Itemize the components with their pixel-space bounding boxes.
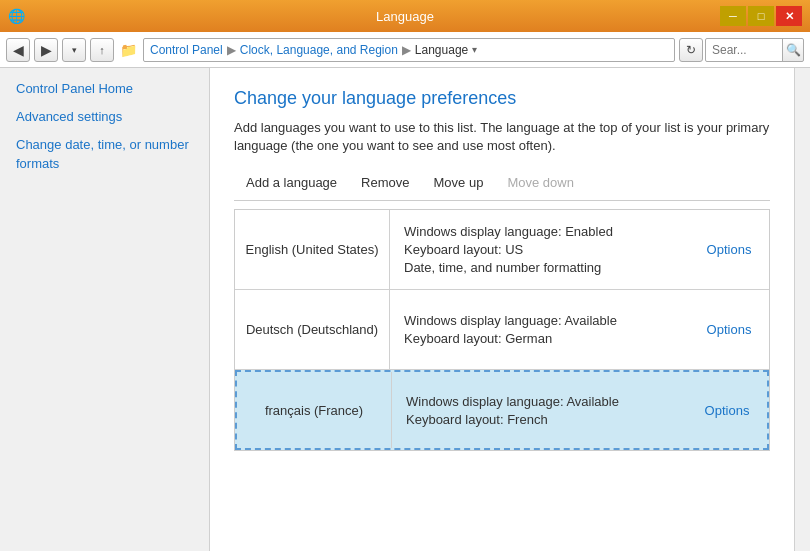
minimize-button[interactable]: ─ bbox=[720, 6, 746, 26]
language-options-deutsch: Options bbox=[689, 290, 769, 369]
sidebar: Control Panel Home Advanced settings Cha… bbox=[0, 68, 210, 551]
dropdown-history-button[interactable]: ▾ bbox=[62, 38, 86, 62]
french-options-link[interactable]: Options bbox=[705, 403, 750, 418]
forward-button[interactable]: ▶ bbox=[34, 38, 58, 62]
french-detail-1: Windows display language: Available bbox=[406, 394, 673, 409]
sidebar-item-advanced-settings[interactable]: Advanced settings bbox=[16, 108, 193, 126]
close-button[interactable]: ✕ bbox=[776, 6, 802, 26]
sidebar-item-control-panel-home[interactable]: Control Panel Home bbox=[16, 80, 193, 98]
page-description: Add languages you want to use to this li… bbox=[234, 119, 770, 155]
search-input[interactable] bbox=[705, 38, 785, 62]
title-bar-controls: ─ □ ✕ bbox=[720, 6, 802, 26]
breadcrumb-clock-lang[interactable]: Clock, Language, and Region bbox=[240, 43, 398, 57]
language-details-french: Windows display language: Available Keyb… bbox=[392, 372, 687, 448]
main-layout: Control Panel Home Advanced settings Cha… bbox=[0, 68, 810, 551]
deutsch-detail-2: Keyboard layout: German bbox=[404, 331, 675, 346]
sidebar-item-date-time-formats[interactable]: Change date, time, or number formats bbox=[16, 136, 193, 172]
language-name-deutsch: Deutsch (Deutschland) bbox=[235, 290, 390, 369]
remove-button[interactable]: Remove bbox=[349, 171, 421, 194]
breadcrumb-control-panel[interactable]: Control Panel bbox=[150, 43, 223, 57]
language-details-deutsch: Windows display language: Available Keyb… bbox=[390, 290, 689, 369]
english-options-link[interactable]: Options bbox=[707, 242, 752, 257]
deutsch-options-link[interactable]: Options bbox=[707, 322, 752, 337]
language-options-english: Options bbox=[689, 210, 769, 289]
english-detail-1: Windows display language: Enabled bbox=[404, 224, 675, 239]
window-title: Language bbox=[376, 9, 434, 24]
breadcrumb-dropdown-icon: ▾ bbox=[472, 44, 477, 55]
french-detail-2: Keyboard layout: French bbox=[406, 412, 673, 427]
language-details-english: Windows display language: Enabled Keyboa… bbox=[390, 210, 689, 289]
title-bar-left: 🌐 bbox=[8, 8, 25, 24]
search-button[interactable]: 🔍 bbox=[782, 38, 804, 62]
address-bar: ◀ ▶ ▾ ↑ 📁 Control Panel ▶ Clock, Languag… bbox=[0, 32, 810, 68]
address-end: ↻ 🔍 bbox=[679, 38, 804, 62]
title-bar: 🌐 Language ─ □ ✕ bbox=[0, 0, 810, 32]
language-name-french: français (France) bbox=[237, 372, 392, 448]
deutsch-detail-1: Windows display language: Available bbox=[404, 313, 675, 328]
breadcrumb-bar: Control Panel ▶ Clock, Language, and Reg… bbox=[143, 38, 675, 62]
refresh-button[interactable]: ↻ bbox=[679, 38, 703, 62]
breadcrumb-sep-1: ▶ bbox=[227, 43, 236, 57]
language-list: English (United States) Windows display … bbox=[234, 209, 770, 451]
language-item-english[interactable]: English (United States) Windows display … bbox=[235, 210, 769, 290]
maximize-button[interactable]: □ bbox=[748, 6, 774, 26]
language-toolbar: Add a language Remove Move up Move down bbox=[234, 171, 770, 201]
language-options-french: Options bbox=[687, 372, 767, 448]
scrollbar[interactable] bbox=[794, 68, 810, 551]
language-item-deutsch[interactable]: Deutsch (Deutschland) Windows display la… bbox=[235, 290, 769, 370]
back-button[interactable]: ◀ bbox=[6, 38, 30, 62]
language-name-english: English (United States) bbox=[235, 210, 390, 289]
folder-icon: 📁 bbox=[120, 42, 137, 58]
language-item-french[interactable]: français (France) Windows display langua… bbox=[235, 370, 769, 450]
content-area: Change your language preferences Add lan… bbox=[210, 68, 794, 551]
breadcrumb-sep-2: ▶ bbox=[402, 43, 411, 57]
page-title: Change your language preferences bbox=[234, 88, 770, 109]
english-detail-3: Date, time, and number formatting bbox=[404, 260, 675, 275]
english-detail-2: Keyboard layout: US bbox=[404, 242, 675, 257]
breadcrumb-language: Language bbox=[415, 43, 468, 57]
move-up-button[interactable]: Move up bbox=[422, 171, 496, 194]
move-down-button[interactable]: Move down bbox=[495, 171, 585, 194]
window-icon: 🌐 bbox=[8, 8, 25, 24]
up-button[interactable]: ↑ bbox=[90, 38, 114, 62]
add-language-button[interactable]: Add a language bbox=[234, 171, 349, 194]
